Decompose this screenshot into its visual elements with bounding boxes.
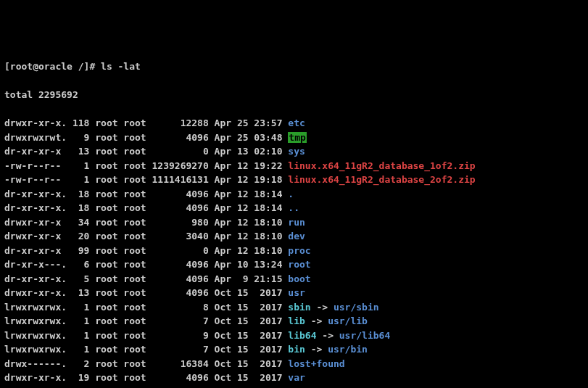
file-name: lost+found: [288, 358, 344, 369]
file-meta: drwxrwxrwt. 9 root root 4096 Apr 25 03:4…: [4, 132, 288, 143]
symlink-target: usr/lib: [328, 315, 368, 326]
file-name: tmp: [288, 132, 306, 143]
file-row: dr-xr-xr-x. 18 root root 4096 Apr 12 18:…: [4, 201, 584, 215]
file-name: lib: [288, 315, 305, 326]
file-name: etc: [288, 117, 305, 128]
file-meta: dr-xr-xr-x. 18 root root 4096 Apr 12 18:…: [4, 189, 288, 199]
total-line: total 2295692: [4, 88, 584, 102]
file-row: -rw-r--r-- 1 root root 1111416131 Apr 12…: [4, 173, 584, 187]
symlink-target: usr/bin: [328, 344, 368, 355]
file-row: drwx------. 2 root root 16384 Oct 15 201…: [4, 357, 584, 371]
file-row: dr-xr-xr-x. 18 root root 4096 Apr 12 18:…: [4, 187, 584, 202]
symlink-target: usr/sbin: [334, 302, 379, 313]
file-meta: drwxr-xr-x 34 root root 980 Apr 12 18:10: [4, 217, 288, 228]
file-row: lrwxrwxrwx. 1 root root 7 Oct 15 2017 li…: [4, 314, 584, 329]
file-meta: dr-xr-xr-x 99 root root 0 Apr 12 18:10: [4, 245, 288, 256]
file-meta: -rw-r--r-- 1 root root 1239269270 Apr 12…: [4, 160, 288, 171]
file-meta: drwx------. 2 root root 16384 Oct 15 201…: [4, 358, 288, 369]
file-row: dr-xr-xr-x 99 root root 0 Apr 12 18:10 p…: [4, 244, 584, 258]
file-row: drwxr-xr-x 20 root root 3040 Apr 12 18:1…: [4, 229, 584, 244]
file-row: dr-xr-xr-x 13 root root 0 Apr 13 02:10 s…: [4, 144, 584, 159]
file-row: dr-xr-x---. 6 root root 4096 Apr 10 13:2…: [4, 257, 584, 272]
file-row: drwxrwxrwt. 9 root root 4096 Apr 25 03:4…: [4, 131, 584, 145]
file-name: bin: [288, 344, 305, 355]
file-name: .: [288, 189, 294, 199]
file-name: run: [288, 217, 305, 228]
file-meta: lrwxrwxrwx. 1 root root 8 Oct 15 2017: [4, 302, 288, 313]
file-row: -rw-r--r-- 1 root root 0 Oct 15 2017 .au…: [4, 385, 584, 389]
symlink-target: usr/lib64: [339, 330, 390, 341]
file-listing: drwxr-xr-x. 118 root root 12288 Apr 25 2…: [4, 116, 584, 388]
file-name: ..: [288, 202, 299, 213]
file-name: lib64: [288, 330, 316, 341]
file-row: drwxr-xr-x. 19 root root 4096 Oct 15 201…: [4, 371, 584, 385]
file-meta: drwxr-xr-x. 19 root root 4096 Oct 15 201…: [4, 372, 288, 383]
file-name: linux.x64_11gR2_database_1of2.zip: [288, 160, 475, 171]
file-name: sys: [288, 146, 305, 157]
file-meta: drwxr-xr-x. 118 root root 12288 Apr 25 2…: [4, 117, 288, 128]
file-name: linux.x64_11gR2_database_2of2.zip: [288, 174, 475, 185]
file-row: drwxr-xr-x. 13 root root 4096 Oct 15 201…: [4, 286, 584, 300]
file-row: lrwxrwxrwx. 1 root root 9 Oct 15 2017 li…: [4, 329, 584, 343]
file-row: lrwxrwxrwx. 1 root root 7 Oct 15 2017 bi…: [4, 342, 584, 357]
file-name: usr: [288, 287, 305, 298]
file-meta: dr-xr-xr-x. 18 root root 4096 Apr 12 18:…: [4, 202, 288, 213]
file-name: boot: [288, 273, 310, 284]
symlink-arrow: ->: [311, 302, 334, 313]
file-meta: lrwxrwxrwx. 1 root root 7 Oct 15 2017: [4, 344, 288, 355]
file-meta: drwxr-xr-x. 13 root root 4096 Oct 15 201…: [4, 287, 288, 298]
file-meta: lrwxrwxrwx. 1 root root 7 Oct 15 2017: [4, 315, 288, 326]
file-row: dr-xr-xr-x. 5 root root 4096 Apr 9 21:15…: [4, 272, 584, 286]
symlink-arrow: ->: [305, 315, 328, 326]
symlink-arrow: ->: [305, 344, 328, 355]
file-meta: dr-xr-xr-x. 5 root root 4096 Apr 9 21:15: [4, 273, 288, 284]
shell-prompt[interactable]: [root@oracle /]# ls -lat: [4, 59, 584, 74]
file-name: root: [288, 259, 310, 270]
file-name: var: [288, 372, 305, 383]
file-row: lrwxrwxrwx. 1 root root 8 Oct 15 2017 sb…: [4, 300, 584, 315]
file-meta: -rw-r--r-- 1 root root 1111416131 Apr 12…: [4, 174, 288, 185]
file-name: dev: [288, 231, 305, 242]
file-meta: lrwxrwxrwx. 1 root root 9 Oct 15 2017: [4, 330, 288, 341]
file-row: drwxr-xr-x 34 root root 980 Apr 12 18:10…: [4, 215, 584, 230]
file-name: proc: [288, 245, 310, 256]
symlink-arrow: ->: [316, 330, 339, 341]
file-row: -rw-r--r-- 1 root root 1239269270 Apr 12…: [4, 159, 584, 173]
file-meta: dr-xr-xr-x 13 root root 0 Apr 13 02:10: [4, 146, 288, 157]
file-row: drwxr-xr-x. 118 root root 12288 Apr 25 2…: [4, 116, 584, 131]
file-name: sbin: [288, 302, 310, 313]
file-meta: dr-xr-x---. 6 root root 4096 Apr 10 13:2…: [4, 259, 288, 270]
file-meta: drwxr-xr-x 20 root root 3040 Apr 12 18:1…: [4, 231, 288, 242]
